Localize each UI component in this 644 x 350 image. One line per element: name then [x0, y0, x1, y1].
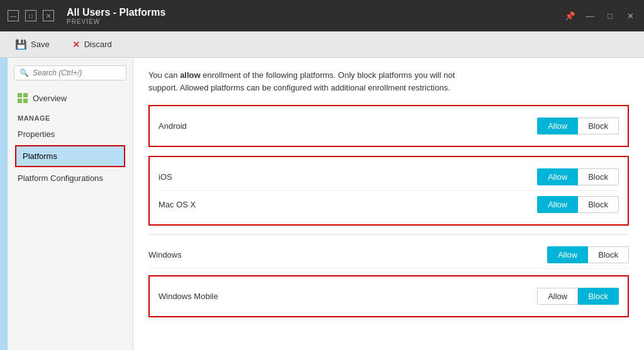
- save-button[interactable]: 💾 Save: [10, 36, 55, 53]
- platforms-label: Platforms: [23, 151, 57, 161]
- manage-section-label: MANAGE: [8, 108, 133, 124]
- windows-mobile-block-button[interactable]: Block: [578, 288, 619, 305]
- ios-toggle-group: Allow Block: [537, 168, 619, 185]
- macosx-toggle-group: Allow Block: [537, 196, 619, 213]
- content-area: You can allow enrollment of the followin…: [133, 58, 644, 350]
- discard-icon: ✕: [72, 39, 80, 50]
- windows-block-button[interactable]: Block: [588, 246, 629, 263]
- overview-icon: [18, 93, 28, 103]
- windows-allow-button[interactable]: Allow: [547, 246, 588, 263]
- maximize-button[interactable]: □: [25, 10, 36, 21]
- close2-button[interactable]: ✕: [624, 9, 636, 22]
- pin-button[interactable]: 📌: [564, 9, 576, 22]
- left-panel-collapsed: [0, 58, 8, 350]
- macosx-allow-button[interactable]: Allow: [537, 196, 578, 213]
- sidebar: 🔍 Overview MANAGE Properties Platforms P…: [8, 58, 133, 350]
- title-bar-title: All Users - Platforms PREVIEW: [67, 7, 564, 25]
- ios-allow-button[interactable]: Allow: [537, 168, 578, 185]
- android-platform-name: Android: [158, 121, 187, 131]
- android-toggle-group: Allow Block: [537, 118, 619, 134]
- windows-platform-name: Windows: [148, 250, 182, 260]
- minimize-button[interactable]: —: [8, 10, 19, 21]
- windows-toggle-group: Allow Block: [547, 246, 629, 263]
- sidebar-item-platform-configurations[interactable]: Platform Configurations: [8, 168, 133, 188]
- windows-mobile-allow-button[interactable]: Allow: [537, 288, 578, 305]
- save-icon: 💾: [15, 39, 27, 50]
- close-button[interactable]: ✕: [43, 10, 54, 21]
- ios-platform-row: iOS Allow Block: [158, 163, 619, 190]
- discard-button[interactable]: ✕ Discard: [67, 36, 117, 53]
- title-bar-right-controls: 📌 — □ ✕: [564, 9, 636, 22]
- minimize2-button[interactable]: —: [584, 9, 596, 22]
- main-layout: 🔍 Overview MANAGE Properties Platforms P…: [0, 58, 644, 350]
- toolbar: 💾 Save ✕ Discard: [0, 31, 644, 58]
- properties-label: Properties: [18, 129, 55, 139]
- overview-label: Overview: [33, 94, 67, 103]
- platform-configurations-label: Platform Configurations: [18, 173, 103, 183]
- divider: [148, 234, 629, 235]
- windows-mobile-platform-name: Windows Mobile: [158, 292, 218, 301]
- android-block-button[interactable]: Block: [578, 118, 619, 134]
- ios-platform-name: iOS: [158, 172, 172, 182]
- android-platform-row: Android Allow Block: [158, 112, 619, 139]
- windows-mobile-toggle-group: Allow Block: [537, 288, 619, 305]
- search-icon: 🔍: [19, 68, 29, 77]
- ios-macosx-platform-box: iOS Allow Block Mac OS X Allow Block: [148, 156, 629, 226]
- windows-mobile-platform-box: Windows Mobile Allow Block: [148, 275, 629, 317]
- windows-mobile-platform-row: Windows Mobile Allow Block: [158, 283, 619, 310]
- window-title: All Users - Platforms: [67, 7, 564, 18]
- description-text: You can allow enrollment of the followin…: [148, 69, 463, 94]
- windows-platform-row: Windows Allow Block: [148, 241, 629, 269]
- sidebar-item-platforms[interactable]: Platforms: [15, 145, 125, 167]
- macosx-block-button[interactable]: Block: [578, 196, 619, 213]
- macosx-platform-row: Mac OS X Allow Block: [158, 190, 619, 218]
- sidebar-item-overview[interactable]: Overview: [8, 88, 133, 108]
- discard-label: Discard: [84, 40, 112, 49]
- macosx-platform-name: Mac OS X: [158, 200, 196, 209]
- ios-block-button[interactable]: Block: [578, 168, 619, 185]
- search-input[interactable]: [33, 68, 121, 77]
- title-bar: — □ ✕ All Users - Platforms PREVIEW 📌 — …: [0, 0, 644, 31]
- sidebar-item-properties[interactable]: Properties: [8, 124, 133, 144]
- preview-label: PREVIEW: [67, 18, 564, 25]
- android-platform-box: Android Allow Block: [148, 105, 629, 147]
- title-bar-controls: — □ ✕: [8, 10, 54, 21]
- save-label: Save: [31, 40, 50, 49]
- search-box[interactable]: 🔍: [14, 65, 126, 80]
- android-allow-button[interactable]: Allow: [537, 118, 578, 134]
- maximize2-button[interactable]: □: [604, 9, 616, 22]
